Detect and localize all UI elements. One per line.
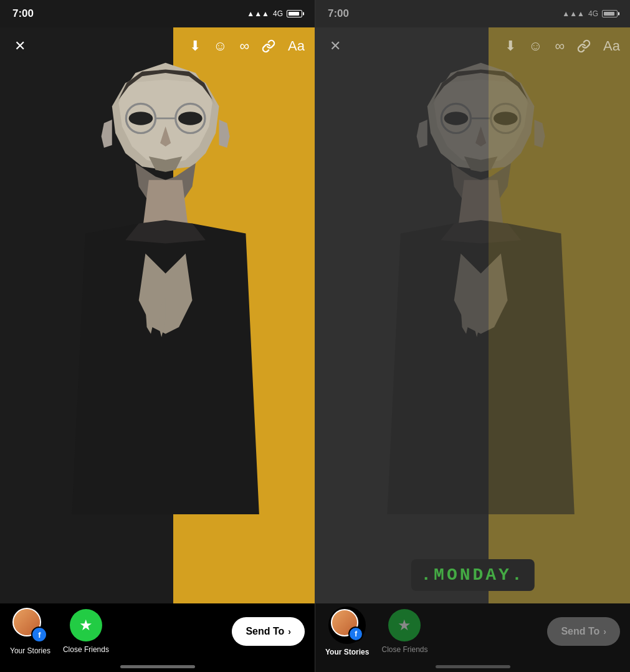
download-icon-right[interactable]: ⬇ bbox=[505, 38, 516, 54]
sticker-icon-left[interactable]: ☺ bbox=[213, 38, 227, 54]
toolbar-close-area: ✕ bbox=[10, 36, 30, 56]
boomerang-icon-right[interactable]: ∞ bbox=[555, 38, 565, 54]
your-stories-label-right: Your Stories bbox=[325, 648, 369, 656]
monday-text: .MONDAY. bbox=[421, 565, 524, 585]
text-icon-left[interactable]: Aa bbox=[288, 38, 305, 54]
send-to-text-right: Send To bbox=[561, 626, 599, 637]
dim-overlay-right bbox=[315, 27, 630, 610]
battery-icon-left bbox=[287, 10, 302, 17]
status-right-right: ▲▲▲ 4G bbox=[562, 9, 618, 18]
svg-marker-14 bbox=[125, 220, 206, 244]
toolbar-tools-right: ⬇ ☺ ∞ Aa bbox=[505, 38, 620, 54]
signal-icon-left: ▲▲▲ bbox=[247, 9, 269, 18]
left-phone: 7:00 ▲▲▲ 4G ✕ ⬇ ☺ ∞ Aa bbox=[0, 0, 315, 672]
your-stories-label-left: Your Stories bbox=[10, 646, 50, 655]
your-stories-avatar-left: f bbox=[12, 608, 47, 643]
status-right-left: ▲▲▲ 4G bbox=[247, 9, 302, 18]
story-background-right bbox=[315, 27, 630, 610]
download-icon-left[interactable]: ⬇ bbox=[189, 38, 201, 54]
close-friends-label-right: Close Friends bbox=[381, 645, 427, 654]
close-friends-avatar-right: ★ bbox=[388, 609, 421, 641]
story-background-left bbox=[0, 27, 315, 610]
close-friends-avatar-left: ★ bbox=[70, 609, 102, 641]
bottom-bar-right: f Your Stories ★ Close Friends Send To › bbox=[315, 603, 630, 672]
your-stories-option-right[interactable]: f Your Stories bbox=[325, 607, 369, 656]
svg-point-5 bbox=[178, 112, 203, 125]
send-to-arrow-left: › bbox=[288, 626, 291, 636]
toolbar-left: ✕ ⬇ ☺ ∞ Aa bbox=[0, 27, 315, 65]
toolbar-tools-left: ⬇ ☺ ∞ Aa bbox=[189, 38, 305, 54]
boomerang-icon-left[interactable]: ∞ bbox=[239, 38, 249, 54]
battery-icon-right bbox=[602, 10, 618, 17]
text-icon-right[interactable]: Aa bbox=[603, 38, 620, 54]
close-friends-option-right[interactable]: ★ Close Friends bbox=[381, 609, 427, 654]
bottom-bar-left: f Your Stories ★ Close Friends Send To › bbox=[0, 603, 315, 672]
your-stories-avatar-right: f bbox=[331, 609, 363, 641]
send-to-text-left: Send To bbox=[246, 626, 284, 637]
svg-marker-3 bbox=[219, 120, 229, 148]
send-to-arrow-right: › bbox=[603, 626, 606, 636]
signal-icon-right: ▲▲▲ bbox=[562, 9, 585, 18]
svg-point-4 bbox=[128, 112, 153, 125]
link-icon-right[interactable] bbox=[577, 39, 591, 53]
home-indicator-right bbox=[436, 665, 510, 668]
status-bar-right: 7:00 ▲▲▲ 4G bbox=[315, 0, 630, 27]
status-bar-left: 7:00 ▲▲▲ 4G bbox=[0, 0, 315, 27]
home-indicator-left bbox=[120, 665, 195, 668]
right-phone: .MONDAY. 7:00 ▲▲▲ 4G ✕ ⬇ ☺ ∞ Aa bbox=[315, 0, 630, 672]
close-friends-option-left[interactable]: ★ Close Friends bbox=[63, 609, 109, 654]
network-label-left: 4G bbox=[273, 9, 283, 18]
close-friends-label-left: Close Friends bbox=[63, 645, 109, 654]
send-to-button-left[interactable]: Send To › bbox=[232, 617, 305, 646]
close-button-left[interactable]: ✕ bbox=[10, 36, 30, 56]
portrait-svg-left bbox=[32, 46, 299, 514]
link-icon-left[interactable] bbox=[262, 39, 275, 53]
toolbar-right: ✕ ⬇ ☺ ∞ Aa bbox=[315, 27, 630, 65]
star-icon-right: ★ bbox=[398, 617, 411, 634]
your-stories-option-left[interactable]: f Your Stories bbox=[10, 608, 50, 655]
toolbar-close-area-right: ✕ bbox=[325, 36, 345, 56]
svg-marker-13 bbox=[72, 223, 259, 514]
monday-display-right: .MONDAY. bbox=[411, 559, 534, 591]
close-button-right[interactable]: ✕ bbox=[325, 36, 345, 56]
sticker-icon-right[interactable]: ☺ bbox=[528, 38, 542, 54]
svg-marker-2 bbox=[101, 120, 112, 148]
status-time-right: 7:00 bbox=[328, 7, 349, 20]
your-stories-selected-circle: f bbox=[328, 607, 366, 644]
star-icon-left: ★ bbox=[79, 617, 93, 634]
network-label-right: 4G bbox=[588, 9, 598, 18]
send-to-button-right[interactable]: Send To › bbox=[547, 617, 620, 646]
status-time-left: 7:00 bbox=[12, 7, 34, 20]
